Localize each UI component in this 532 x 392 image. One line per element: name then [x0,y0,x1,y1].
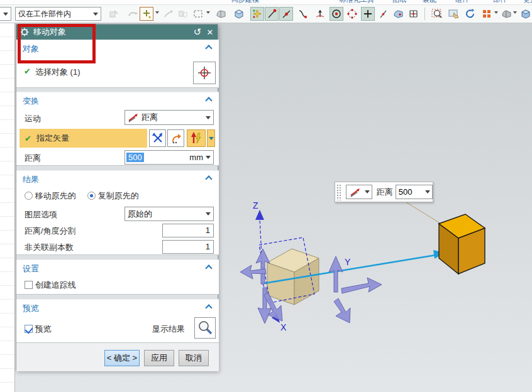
selection-scope-dropdown[interactable]: 仅在工作部件内 [15,7,101,21]
source-cube[interactable] [267,249,319,305]
x-axis-label: X [280,322,287,332]
toolbar-separator [424,8,425,20]
result-section-title: 结果 [23,174,39,185]
settings-section: 设置 创建追踪线 [16,259,219,295]
midpoint-snap-icon[interactable] [279,7,293,21]
copies-label: 非关联副本数 [25,242,74,253]
inferred-vector-icon [189,131,203,145]
move-component-icon[interactable] [126,7,140,21]
point-snap-icon[interactable] [361,7,375,21]
z-axis-arrowhead [255,210,264,220]
mini-distance-input[interactable]: 500 [396,185,433,199]
render-style-icon[interactable] [499,7,513,21]
application-window: 同步建模 标准化工具 图纸 装配 组件 部件 更多 仅在工作部件内 [0,0,532,392]
drag-handle[interactable] [336,184,342,200]
grid-point-snap-icon[interactable] [406,7,420,21]
ribbon-group-label: 装配 [423,0,436,4]
dialog-titlebar[interactable]: 移动对象 ↺ ✕ [16,24,218,40]
body-select-icon[interactable] [231,7,245,21]
mirror-feature-icon[interactable] [176,7,190,21]
vector-method-dropdown[interactable] [346,185,372,199]
move-face-icon[interactable] [140,7,153,21]
vector-dialog-button[interactable] [149,129,166,147]
motion-dropdown[interactable]: 距离 [125,110,214,125]
snap-handles-icon[interactable] [250,7,264,21]
select-object-label[interactable]: 选择对象 (1) [35,67,80,78]
magnifier-icon [197,320,213,336]
point-on-line-snap-icon[interactable] [376,7,390,21]
distance-vector-icon [349,187,362,197]
motion-value: 距离 [140,112,203,123]
apply-button[interactable]: 应用 [144,350,174,366]
quadrant-snap-icon[interactable] [345,7,359,21]
point-dialog-button[interactable] [193,62,216,84]
specify-vector-label: 指定矢量 [36,133,69,144]
rectangle-select-dropdown-arrow[interactable] [206,11,210,14]
ribbon-group-label: 图纸 [392,0,406,4]
handle-right-mid[interactable] [341,278,382,293]
vector-dialog-icon [152,132,164,144]
object-section-title: 对象 [23,43,39,55]
preview-collapse-chevron-icon[interactable] [205,304,212,311]
pattern-feature-icon[interactable] [161,7,175,21]
layer-option-dropdown[interactable]: 原始的 [125,207,214,221]
check-icon: ✔ [24,67,31,76]
preview-checkbox[interactable]: 预览 [25,324,52,335]
point-on-curve-snap-icon[interactable] [296,7,309,21]
preview-section-title: 预览 [23,303,39,314]
check-icon: ✔ [25,134,31,143]
ok-button[interactable]: < 确定 > [104,350,140,366]
show-result-button[interactable] [194,317,216,339]
specify-vector-row[interactable]: ✔ 指定矢量 [19,129,147,148]
face-point-snap-icon[interactable] [391,7,405,21]
circle-center-snap-icon[interactable] [330,7,343,21]
settings-section-title: 设置 [23,263,39,275]
zoom-icon[interactable] [430,7,444,21]
move-original-radio[interactable]: 移动原先的 [25,190,76,202]
render-style-dropdown-arrow[interactable] [513,11,517,14]
traceline-checkbox[interactable]: 创建追踪线 [25,280,76,291]
assembly-constraints-icon[interactable] [107,7,121,21]
close-button[interactable]: ✕ [204,28,216,37]
tangent-snap-icon[interactable] [313,7,327,21]
copy-original-radio[interactable]: 复制原先的 [87,190,139,202]
division-input[interactable]: 1 [162,224,214,237]
handle-up-mid[interactable] [329,256,343,292]
rotate-icon[interactable] [463,7,477,21]
object-section: 对象 ✔ 选择对象 (1) [16,40,219,88]
perspective-dropdown-arrow[interactable] [494,11,498,14]
transform-section-title: 变换 [23,95,39,107]
settings-collapse-chevron-icon[interactable] [205,264,212,271]
ribbon-group-label: 标准化工具 [340,0,374,4]
show-body-icon[interactable] [518,7,532,21]
transform-section: 变换 运动 距离 ✔ 指定矢量 [16,92,219,166]
face-rule-icon[interactable] [214,7,228,21]
3d-scene: Z X Y [226,188,532,364]
motion-label: 运动 [25,113,41,124]
partial-combo[interactable] [0,7,11,21]
reset-button[interactable]: ↺ [191,26,204,38]
result-collapse-chevron-icon[interactable] [205,175,212,182]
move-object-dialog: 移动对象 ↺ ✕ 对象 ✔ 选择对象 (1) 变换 运动 [16,24,218,371]
distance-vector-icon [127,112,140,122]
object-collapse-chevron-icon[interactable] [205,45,212,52]
mini-distance-value: 500 [399,187,413,197]
distance-label: 距离 [25,153,41,164]
rectangle-select-icon[interactable] [191,7,205,21]
selection-toolbar: 仅在工作部件内 [0,5,532,23]
preview-cube[interactable] [439,214,485,274]
endpoint-snap-icon[interactable] [265,7,279,21]
distance-input[interactable]: 500 mm [125,150,214,165]
copies-input[interactable]: 1 [162,240,214,254]
mini-distance-label: 距离 [377,187,393,198]
pan-icon[interactable] [447,7,461,21]
move-face-dropdown-arrow[interactable] [155,11,159,14]
perspective-icon[interactable] [480,7,494,21]
transform-collapse-chevron-icon[interactable] [205,97,212,104]
vector-dropdown-arrow[interactable] [207,129,215,147]
resource-bar-strip[interactable] [0,23,15,392]
cancel-button[interactable]: 取消 [179,350,209,366]
handle-down-mid[interactable] [334,298,350,323]
reverse-direction-button[interactable] [167,129,184,147]
inferred-vector-button[interactable] [187,129,206,147]
